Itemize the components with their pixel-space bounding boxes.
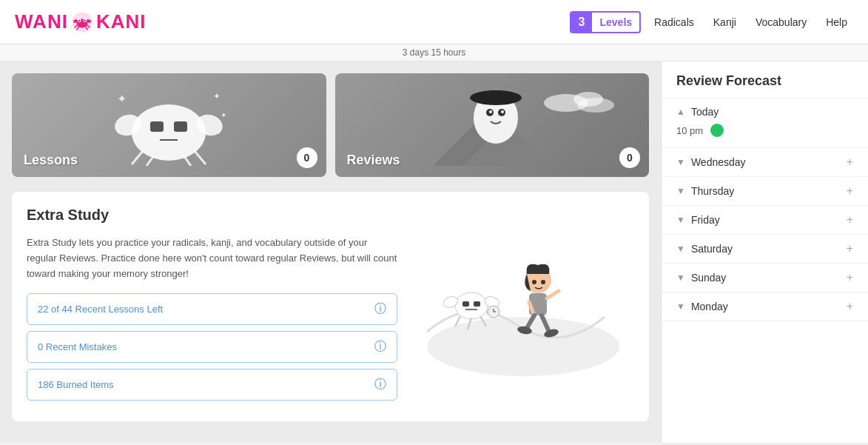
forecast-saturday-header: ▼ Saturday + bbox=[676, 242, 853, 255]
forecast-sunday-left: ▼ Sunday bbox=[676, 272, 726, 284]
recent-lessons-help-icon[interactable]: ⓘ bbox=[374, 301, 386, 317]
forecast-section: ▲ Today 10 pm ▼ Wednesday bbox=[662, 98, 868, 321]
saturday-plus-icon: + bbox=[847, 242, 853, 255]
forecast-today[interactable]: ▲ Today 10 pm bbox=[662, 98, 868, 148]
extra-study-title: Extra Study bbox=[27, 207, 634, 224]
forecast-saturday[interactable]: ▼ Saturday + bbox=[662, 235, 868, 264]
svg-rect-32 bbox=[488, 90, 503, 99]
saturday-label: Saturday bbox=[691, 243, 733, 255]
recent-mistakes-help-icon[interactable]: ⓘ bbox=[374, 339, 386, 355]
thursday-label: Thursday bbox=[691, 185, 734, 197]
forecast-friday-header: ▼ Friday + bbox=[676, 213, 853, 227]
svg-rect-16 bbox=[150, 121, 164, 132]
time-row: 10 pm bbox=[676, 124, 853, 137]
lessons-card-label: Lessons bbox=[24, 153, 78, 168]
timer-bar: 3 days 15 hours bbox=[0, 44, 868, 61]
svg-line-23 bbox=[184, 155, 191, 166]
recent-lessons-option[interactable]: 22 of 44 Recent Lessons Left ⓘ bbox=[27, 293, 397, 325]
svg-point-48 bbox=[455, 292, 488, 319]
cards-row: ✦ ✦ ✦ bbox=[12, 73, 649, 177]
sunday-chevron-icon: ▼ bbox=[676, 272, 685, 283]
time-label: 10 pm bbox=[676, 125, 703, 136]
svg-rect-49 bbox=[462, 301, 469, 307]
forecast-monday-left: ▼ Monday bbox=[676, 301, 728, 312]
forecast-thursday[interactable]: ▼ Thursday + bbox=[662, 177, 868, 206]
reviews-card-label: Reviews bbox=[347, 153, 400, 168]
forecast-sunday-header: ▼ Sunday + bbox=[676, 271, 853, 284]
forecast-monday[interactable]: ▼ Monday + bbox=[662, 292, 868, 321]
monday-label: Monday bbox=[691, 301, 728, 312]
lessons-card[interactable]: ✦ ✦ ✦ bbox=[12, 73, 326, 177]
logo[interactable]: WANI KANI bbox=[15, 10, 146, 33]
burned-items-text: 186 Burned Items bbox=[38, 379, 114, 390]
forecast-wednesday-header: ▼ Wednesday + bbox=[676, 155, 853, 169]
nav-radicals[interactable]: Radicals bbox=[648, 13, 700, 31]
svg-point-47 bbox=[541, 280, 545, 284]
timer-text: 3 days 15 hours bbox=[403, 47, 465, 58]
level-badge[interactable]: 3 Levels bbox=[570, 11, 642, 33]
nav-help[interactable]: Help bbox=[820, 13, 853, 31]
svg-text:✦: ✦ bbox=[117, 93, 127, 105]
lessons-character-svg: ✦ ✦ ✦ bbox=[95, 84, 243, 166]
forecast-thursday-header: ▼ Thursday + bbox=[676, 184, 853, 198]
extra-study-section: Extra Study Extra Study lets you practic… bbox=[12, 192, 649, 421]
svg-text:✦: ✦ bbox=[213, 91, 221, 101]
svg-point-27 bbox=[577, 98, 614, 113]
running-illustration-svg bbox=[412, 235, 634, 384]
svg-point-5 bbox=[84, 19, 86, 21]
monday-plus-icon: + bbox=[847, 300, 853, 313]
nav-kanji[interactable]: Kanji bbox=[707, 13, 742, 31]
saturday-chevron-icon: ▼ bbox=[676, 244, 685, 254]
forecast-monday-header: ▼ Monday + bbox=[676, 300, 853, 313]
svg-line-24 bbox=[195, 151, 206, 164]
svg-line-22 bbox=[147, 155, 154, 166]
burned-items-option[interactable]: 186 Burned Items ⓘ bbox=[27, 369, 397, 401]
sunday-label: Sunday bbox=[691, 272, 726, 284]
friday-label: Friday bbox=[691, 214, 720, 226]
svg-point-46 bbox=[532, 280, 536, 284]
reviews-card[interactable]: Reviews 0 bbox=[335, 73, 650, 177]
forecast-sunday[interactable]: ▼ Sunday + bbox=[662, 264, 868, 292]
today-content: 10 pm bbox=[676, 118, 853, 140]
extra-study-illustration bbox=[412, 235, 634, 387]
level-label: Levels bbox=[592, 13, 639, 31]
sidebar: Review Forecast ▲ Today 10 pm bbox=[661, 61, 868, 443]
thursday-chevron-icon: ▼ bbox=[676, 186, 685, 196]
recent-mistakes-option[interactable]: 0 Recent Mistakes ⓘ bbox=[27, 331, 397, 363]
site-header: WANI KANI 3 Levels Radicals Kanji Vocabu… bbox=[0, 0, 868, 44]
main-layout: ✦ ✦ ✦ bbox=[0, 61, 868, 443]
extra-study-description: Extra Study lets you practice your radic… bbox=[27, 235, 397, 281]
content-area: ✦ ✦ ✦ bbox=[0, 61, 661, 443]
friday-plus-icon: + bbox=[847, 213, 853, 227]
monday-chevron-icon: ▼ bbox=[676, 301, 685, 312]
today-chevron-icon: ▲ bbox=[676, 107, 685, 117]
friday-chevron-icon: ▼ bbox=[676, 215, 685, 225]
level-number: 3 bbox=[571, 13, 593, 32]
logo-text-right: KANI bbox=[96, 10, 147, 33]
today-label: Today bbox=[691, 106, 719, 118]
extra-study-left: Extra Study lets you practice your radic… bbox=[27, 235, 397, 406]
forecast-friday[interactable]: ▼ Friday + bbox=[662, 206, 868, 235]
green-dot-icon bbox=[710, 124, 724, 137]
forecast-wednesday[interactable]: ▼ Wednesday + bbox=[662, 148, 868, 177]
sunday-plus-icon: + bbox=[847, 271, 853, 284]
forecast-wednesday-left: ▼ Wednesday bbox=[676, 156, 746, 168]
svg-line-40 bbox=[547, 291, 559, 298]
reviews-card-count: 0 bbox=[619, 147, 640, 168]
review-forecast-title: Review Forecast bbox=[662, 61, 868, 98]
nav-vocabulary[interactable]: Vocabulary bbox=[750, 13, 813, 31]
svg-point-36 bbox=[501, 110, 504, 113]
extra-study-content: Extra Study lets you practice your radic… bbox=[27, 235, 634, 406]
logo-text-left: WANI bbox=[15, 10, 68, 33]
forecast-saturday-left: ▼ Saturday bbox=[676, 243, 733, 255]
logo-crab-icon bbox=[71, 11, 93, 33]
recent-mistakes-text: 0 Recent Mistakes bbox=[38, 341, 117, 352]
wednesday-plus-icon: + bbox=[847, 155, 853, 169]
wednesday-label: Wednesday bbox=[691, 156, 746, 168]
lessons-card-count: 0 bbox=[297, 147, 317, 168]
svg-point-4 bbox=[78, 19, 80, 21]
forecast-today-header: ▲ Today bbox=[676, 106, 853, 118]
forecast-thursday-left: ▼ Thursday bbox=[676, 185, 734, 197]
burned-items-help-icon[interactable]: ⓘ bbox=[374, 377, 386, 392]
svg-line-21 bbox=[132, 151, 143, 164]
